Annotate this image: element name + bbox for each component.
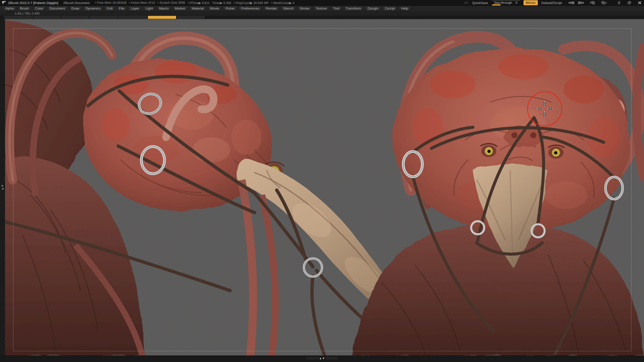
menu-transform[interactable]: Transform <box>343 6 364 11</box>
menu-movie[interactable]: Movie <box>208 6 222 11</box>
ac-toggle[interactable]: AC <box>464 1 469 5</box>
enlarge-ui-icon[interactable] <box>578 1 585 5</box>
palette-segment[interactable] <box>4 16 33 19</box>
zbrush-window: ZBrush 2022.0.7 [Roberto Digiglio] ZBrus… <box>0 0 644 362</box>
shrink-ui-icon[interactable] <box>567 1 575 5</box>
menu-texture[interactable]: Texture <box>313 6 329 11</box>
menu-layer[interactable]: Layer <box>128 6 142 11</box>
minimize-icon[interactable] <box>617 1 621 5</box>
see-through-slider[interactable]: See-through 0 <box>492 0 520 6</box>
next-document-icon[interactable] <box>600 1 609 5</box>
menu-macro[interactable]: Macro <box>156 6 171 11</box>
menu-render[interactable]: Render <box>263 6 279 11</box>
tray-open-up-icon[interactable]: ▲ <box>319 357 322 359</box>
document-title: ZBrush Document <box>63 1 90 5</box>
zbrush-logo-icon <box>1 0 7 5</box>
default-zscript-button[interactable]: DefaultZScript <box>541 1 562 5</box>
menu-alpha[interactable]: Alpha <box>3 6 16 11</box>
bottom-tray-handle[interactable]: ▲ ▼ <box>306 357 338 359</box>
palette-segment[interactable] <box>62 16 89 19</box>
stat-timer: Timer▶ 9.358 <box>212 1 231 5</box>
viewport: ▶ ◀ <box>0 19 644 355</box>
palette-segment-active[interactable] <box>148 16 177 19</box>
render-grain-overlay <box>0 19 644 355</box>
stat-meshcount: • MeshCount▶ 4 <box>271 1 294 5</box>
tray-toggle-arrows[interactable]: ▲ ▼ <box>318 357 326 359</box>
menu-preferences[interactable]: Preferences <box>239 6 262 11</box>
coord-z: -3.495 <box>31 12 39 15</box>
coord-x: -1.68 <box>14 12 21 15</box>
see-through-value: 0 <box>515 1 517 5</box>
tray-grip-right[interactable] <box>326 357 338 359</box>
left-tray-divider[interactable]: ▶ ◀ <box>0 19 5 355</box>
menu-color[interactable]: Color <box>33 6 46 11</box>
bottom-tray-bar: ▲ ▼ <box>0 355 644 362</box>
coord-y: 1.756 <box>22 12 30 15</box>
menu-stencil[interactable]: Stencil <box>281 6 296 11</box>
stat-rtime: • RTime▶ 9.611 <box>188 1 210 5</box>
menu-picker[interactable]: Picker <box>223 6 237 11</box>
stat-free-mem: • Free Mem 16.483GB <box>95 1 127 5</box>
menu-light[interactable]: Light <box>143 6 155 11</box>
stat-active-mem: • Active Mem 4713 <box>129 1 155 5</box>
tray-open-right-icon[interactable]: ▶ <box>2 185 4 187</box>
stat-polycount: • PolyCount▶ 30.636 MP <box>234 1 269 5</box>
tray-grip-left[interactable] <box>306 357 318 359</box>
titlebar-icon-cluster <box>567 1 642 5</box>
app-title: ZBrush 2022.0.7 [Roberto Digiglio] <box>8 1 58 5</box>
titlebar: ZBrush 2022.0.7 [Roberto Digiglio] ZBrus… <box>0 0 644 6</box>
palette-segment[interactable] <box>33 16 62 19</box>
menu-file[interactable]: File <box>116 6 127 11</box>
menubar: Alpha Brush Color Document Draw Dynamics… <box>0 6 644 12</box>
close-window-icon[interactable] <box>637 1 642 5</box>
menu-zplugin[interactable]: Zplugin <box>365 6 381 11</box>
menu-zscript[interactable]: Zscript <box>382 6 398 11</box>
see-through-label: See-through <box>494 1 512 5</box>
menu-tool[interactable]: Tool <box>331 6 342 11</box>
menu-marker[interactable]: Marker <box>172 6 188 11</box>
menu-edit[interactable]: Edit <box>104 6 115 11</box>
tray-open-down-icon[interactable]: ▼ <box>322 357 325 359</box>
menu-document[interactable]: Document <box>47 6 68 11</box>
titlebar-right: AC QuickSave See-through 0 Menus Default… <box>464 0 644 6</box>
menu-draw[interactable]: Draw <box>69 6 82 11</box>
palette-segment[interactable] <box>89 16 119 19</box>
stat-scratch-disk: • Scratch Disk 3595 <box>158 1 185 5</box>
menu-stroke[interactable]: Stroke <box>297 6 312 11</box>
prev-document-icon[interactable] <box>589 1 597 5</box>
palette-divider-strip <box>0 16 644 19</box>
menu-brush[interactable]: Brush <box>18 6 31 11</box>
quicksave-button[interactable]: QuickSave <box>472 1 488 5</box>
document-canvas[interactable] <box>0 19 644 355</box>
menu-help[interactable]: Help <box>399 6 411 11</box>
menu-material[interactable]: Material <box>189 6 206 11</box>
palette-segment[interactable] <box>177 16 205 19</box>
titlebar-left: ZBrush 2022.0.7 [Roberto Digiglio] ZBrus… <box>0 0 297 5</box>
menu-dynamics[interactable]: Dynamics <box>83 6 103 11</box>
menus-toggle-button[interactable]: Menus <box>524 0 538 5</box>
restore-window-icon[interactable] <box>627 1 632 5</box>
tray-open-left-icon[interactable]: ◀ <box>2 188 4 190</box>
palette-segment[interactable] <box>119 16 148 19</box>
coordinate-readout: -1.68,1.756,-3.495 <box>0 12 644 16</box>
